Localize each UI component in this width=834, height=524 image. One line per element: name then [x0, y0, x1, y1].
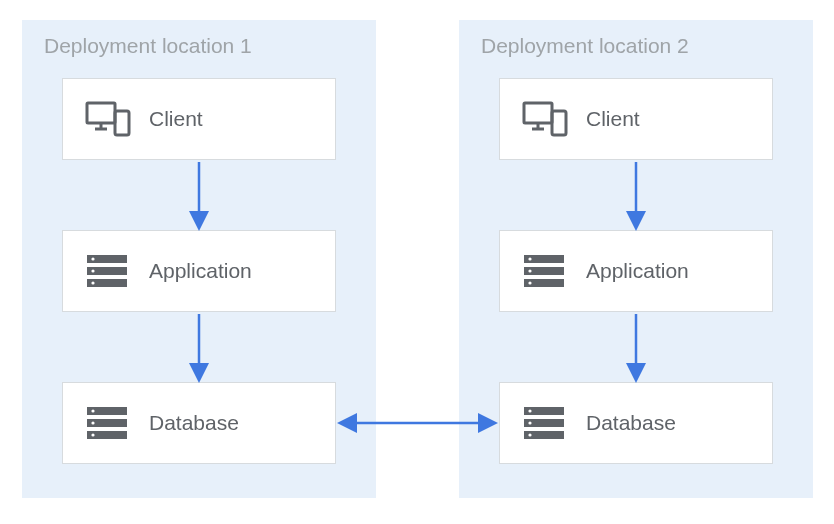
diagram-canvas: Deployment location 1 Client: [0, 0, 834, 524]
client-label-1: Client: [149, 107, 203, 131]
svg-rect-3: [115, 111, 129, 135]
database-label-2: Database: [586, 411, 676, 435]
svg-rect-0: [87, 103, 115, 123]
svg-point-29: [528, 409, 531, 412]
application-node-1: Application: [62, 230, 336, 312]
client-node-2: Client: [499, 78, 773, 160]
svg-point-25: [528, 281, 531, 284]
deployment-location-1: Deployment location 1 Client: [22, 20, 376, 498]
database-icon: [522, 403, 568, 443]
svg-rect-16: [524, 103, 552, 123]
location-1-title: Deployment location 1: [44, 34, 252, 58]
application-label-1: Application: [149, 259, 252, 283]
svg-point-7: [91, 257, 94, 260]
client-node-1: Client: [62, 78, 336, 160]
database-label-1: Database: [149, 411, 239, 435]
svg-point-9: [91, 281, 94, 284]
svg-point-23: [528, 257, 531, 260]
client-label-2: Client: [586, 107, 640, 131]
application-node-2: Application: [499, 230, 773, 312]
svg-point-31: [528, 433, 531, 436]
deployment-location-2: Deployment location 2 Client: [459, 20, 813, 498]
server-icon: [85, 251, 131, 291]
server-icon: [522, 251, 568, 291]
application-label-2: Application: [586, 259, 689, 283]
database-icon: [85, 403, 131, 443]
database-node-1: Database: [62, 382, 336, 464]
svg-point-15: [91, 433, 94, 436]
svg-point-14: [91, 421, 94, 424]
svg-point-30: [528, 421, 531, 424]
svg-point-8: [91, 269, 94, 272]
svg-rect-19: [552, 111, 566, 135]
database-node-2: Database: [499, 382, 773, 464]
client-devices-icon: [85, 99, 131, 139]
location-2-title: Deployment location 2: [481, 34, 689, 58]
svg-point-24: [528, 269, 531, 272]
svg-point-13: [91, 409, 94, 412]
client-devices-icon: [522, 99, 568, 139]
